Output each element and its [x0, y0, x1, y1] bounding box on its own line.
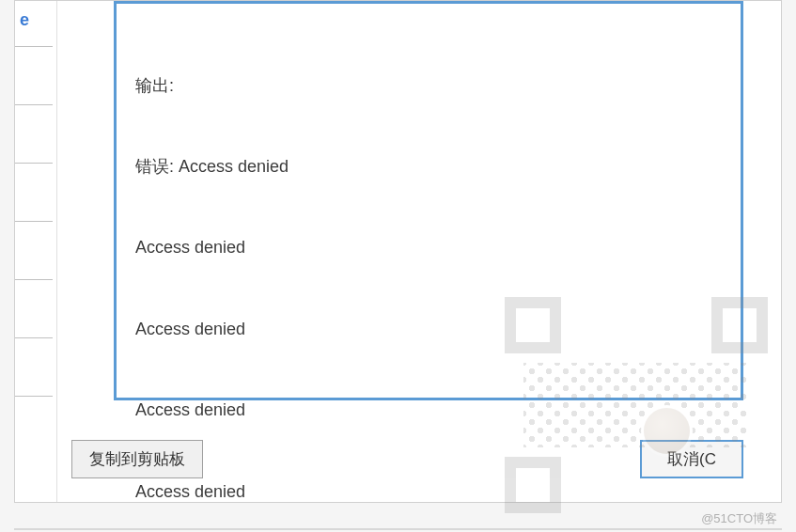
- watermark-text: @51CTO博客: [701, 510, 777, 527]
- divider: [14, 528, 782, 530]
- gutter-tick: [15, 279, 53, 280]
- output-line: 输出:: [135, 72, 722, 100]
- dialog-body: 输出: 错误: Access denied Access denied Acce…: [67, 1, 762, 417]
- output-line: 错误: Access denied: [135, 153, 722, 180]
- dialog-container: e 输出: 错误: Access denied Access denied Ac…: [14, 0, 782, 503]
- output-line: Access denied: [135, 316, 722, 343]
- button-bar: 复制到剪贴板 取消(C: [71, 440, 743, 478]
- gutter-tick: [15, 104, 53, 105]
- gutter-tick: [15, 337, 53, 338]
- gutter-label: e: [20, 10, 29, 30]
- gutter-tick: [15, 46, 53, 47]
- left-gutter: e: [15, 1, 57, 502]
- copy-to-clipboard-button[interactable]: 复制到剪贴板: [71, 440, 203, 478]
- output-line: Access denied: [135, 234, 722, 261]
- output-line: Access denied: [135, 478, 722, 506]
- error-text-panel: 输出: 错误: Access denied Access denied Acce…: [114, 1, 743, 400]
- cancel-button[interactable]: 取消(C: [640, 440, 743, 478]
- gutter-tick: [15, 163, 53, 164]
- output-line: Access denied: [135, 397, 722, 424]
- gutter-tick: [15, 396, 53, 397]
- gutter-tick: [15, 221, 53, 222]
